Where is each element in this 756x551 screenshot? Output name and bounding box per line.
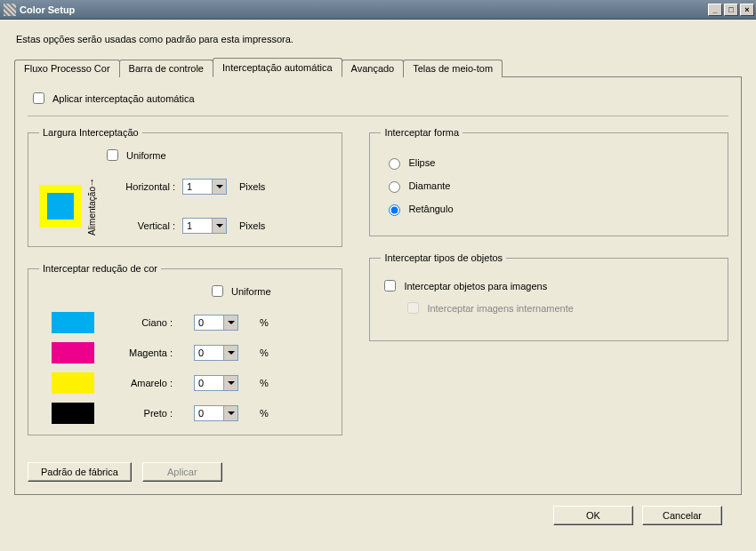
vertical-label: Vertical : — [115, 220, 175, 231]
dialog-content: Estas opções serão usadas como padrão pa… — [0, 20, 756, 534]
width-group-legend: Largura Interceptação — [39, 127, 142, 138]
two-column-layout: Largura Interceptação Uniforme — [28, 127, 728, 435]
yellow-row: Amarelo : 0 % — [39, 372, 331, 394]
chevron-down-icon — [223, 406, 237, 420]
trap-internal-label: Interceptar imagens internamente — [427, 303, 573, 314]
width-uniform-checkbox[interactable] — [107, 149, 118, 161]
reduction-uniform-checkbox[interactable] — [212, 285, 223, 297]
yellow-label: Amarelo : — [116, 378, 173, 388]
black-label: Preto : — [116, 408, 173, 419]
width-uniform-label: Uniforme — [126, 150, 166, 161]
maximize-button[interactable]: □ — [724, 4, 738, 16]
cyan-swatch — [52, 312, 94, 333]
titlebar: Color Setup _ □ × — [0, 0, 756, 20]
black-row: Preto : 0 % — [39, 403, 331, 424]
apply-trap-checkbox[interactable] — [33, 92, 44, 104]
horizontal-combo[interactable]: 1 — [182, 179, 227, 195]
dialog-footer: OK Cancelar — [14, 495, 742, 525]
cyan-row: Ciano : 0 % — [39, 312, 331, 333]
apply-trap-row: Aplicar interceptação automática — [29, 90, 728, 107]
shape-ellipse-label: Elipse — [408, 157, 435, 168]
magenta-label: Magenta : — [116, 347, 173, 358]
cyan-unit: % — [260, 317, 269, 328]
chevron-down-icon — [223, 346, 237, 360]
horizontal-value: 1 — [187, 181, 192, 192]
width-color-preview — [39, 185, 82, 228]
shape-group-legend: Interceptar forma — [381, 127, 462, 138]
objects-group: Interceptar tipos de objetos Interceptar… — [369, 252, 728, 341]
horizontal-label: Horizontal : — [115, 181, 175, 192]
horizontal-unit: Pixels — [239, 181, 265, 192]
shape-rectangle-radio[interactable] — [389, 204, 400, 216]
chevron-down-icon — [212, 219, 226, 233]
cancel-button[interactable]: Cancelar — [642, 506, 722, 525]
close-button[interactable]: × — [740, 4, 754, 16]
shape-diamond-label: Diamante — [408, 180, 450, 191]
objects-group-legend: Interceptar tipos de objetos — [381, 252, 506, 263]
black-value: 0 — [198, 408, 204, 419]
trap-internal-checkbox — [407, 302, 419, 314]
reduction-group: Interceptar redução de cor Uniforme Cian… — [28, 263, 342, 435]
yellow-swatch — [52, 372, 94, 394]
tab-advanced[interactable]: Avançado — [342, 60, 405, 77]
shape-ellipse-radio[interactable] — [389, 158, 400, 170]
tab-flow[interactable]: Fluxo Processo Cor — [14, 60, 120, 77]
cyan-label: Ciano : — [116, 317, 173, 328]
magenta-value: 0 — [198, 347, 204, 358]
app-icon — [4, 4, 16, 16]
shape-group: Interceptar forma Elipse Diamante Retâng… — [369, 127, 728, 236]
window-title: Color Setup — [20, 4, 708, 15]
description-text: Estas opções serão usadas como padrão pa… — [16, 34, 742, 44]
minimize-button[interactable]: _ — [708, 4, 722, 16]
magenta-swatch — [52, 342, 94, 363]
vertical-unit: Pixels — [239, 220, 265, 231]
ok-button[interactable]: OK — [553, 506, 633, 525]
yellow-unit: % — [260, 378, 269, 388]
chevron-down-icon — [212, 180, 226, 194]
cyan-combo[interactable]: 0 — [194, 315, 238, 331]
chevron-down-icon — [223, 315, 237, 330]
apply-trap-label: Aplicar interceptação automática — [52, 93, 195, 104]
magenta-combo[interactable]: 0 — [194, 345, 238, 361]
apply-button[interactable]: Aplicar — [142, 462, 222, 482]
black-swatch — [52, 403, 94, 424]
black-combo[interactable]: 0 — [194, 405, 238, 421]
window-controls: _ □ × — [708, 4, 754, 16]
factory-default-button[interactable]: Padrão de fábrica — [28, 462, 132, 482]
trap-images-checkbox[interactable] — [384, 280, 396, 291]
black-unit: % — [260, 408, 269, 419]
reduction-uniform-label: Uniforme — [231, 286, 271, 297]
feed-arrow-icon: ↑ — [90, 176, 95, 187]
yellow-combo[interactable]: 0 — [194, 375, 238, 391]
tab-halftone[interactable]: Telas de meio-tom — [403, 60, 503, 77]
vertical-combo[interactable]: 1 — [182, 218, 227, 234]
magenta-row: Magenta : 0 % — [39, 342, 331, 363]
tab-panel-auto-trap: Aplicar interceptação automática Largura… — [14, 77, 742, 495]
tab-control-bar[interactable]: Barra de controle — [119, 60, 213, 77]
reduction-group-legend: Interceptar redução de cor — [39, 263, 161, 274]
left-column: Largura Interceptação Uniforme — [28, 127, 342, 435]
width-group: Largura Interceptação Uniforme — [28, 127, 342, 247]
cyan-value: 0 — [198, 317, 204, 328]
panel-button-row: Padrão de fábrica Aplicar — [28, 462, 222, 482]
vertical-value: 1 — [187, 220, 192, 231]
trap-images-label: Interceptar objetos para imagens — [404, 281, 547, 291]
chevron-down-icon — [223, 376, 237, 390]
tab-auto-trap[interactable]: Interceptação automática — [213, 58, 342, 77]
right-column: Interceptar forma Elipse Diamante Retâng… — [369, 127, 728, 341]
magenta-unit: % — [260, 347, 269, 358]
shape-diamond-radio[interactable] — [389, 181, 400, 193]
tab-bar: Fluxo Processo Cor Barra de controle Int… — [14, 57, 742, 77]
yellow-value: 0 — [198, 378, 204, 388]
divider — [28, 116, 728, 116]
shape-rectangle-label: Retângulo — [408, 204, 453, 214]
feed-direction-label: Alimentação — [87, 187, 97, 236]
